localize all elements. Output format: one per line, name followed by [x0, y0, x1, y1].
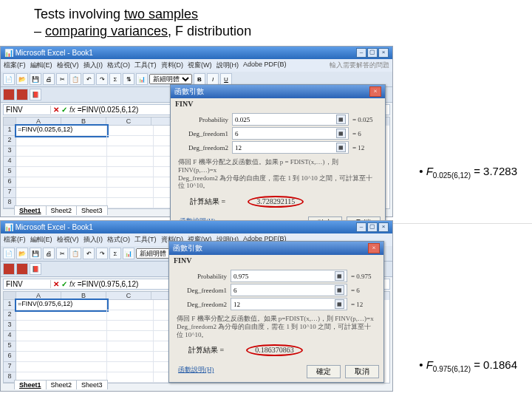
color-red2-icon[interactable]: [16, 263, 28, 275]
bold-icon[interactable]: B: [194, 73, 205, 85]
print-icon[interactable]: 🖨: [43, 248, 55, 259]
open-icon[interactable]: 📂: [16, 73, 28, 85]
probability-input[interactable]: 0.025▦: [232, 113, 349, 126]
redo-icon[interactable]: ↷: [96, 73, 108, 85]
menu-item[interactable]: 工具(T): [134, 61, 157, 70]
redo-icon[interactable]: ↷: [96, 248, 108, 259]
underline-icon[interactable]: U: [220, 73, 232, 85]
range-picker-icon[interactable]: ▦: [336, 115, 346, 124]
dialog-close-icon[interactable]: ×: [369, 86, 381, 97]
copy-icon[interactable]: 📋: [69, 73, 81, 85]
cell-a1[interactable]: =FINV(0.025,6,12): [16, 126, 107, 136]
menu-item[interactable]: 檢視(V): [57, 235, 79, 245]
open-icon[interactable]: 📂: [16, 248, 28, 259]
sum-icon[interactable]: Σ: [109, 248, 121, 259]
cancel-formula-icon[interactable]: ✕: [53, 106, 59, 114]
menu-item[interactable]: 說明(H): [216, 61, 239, 70]
df1-input[interactable]: 6▦: [232, 127, 349, 140]
close-button[interactable]: ×: [378, 222, 389, 232]
sum-icon[interactable]: Σ: [109, 73, 121, 85]
name-box[interactable]: FINV: [6, 280, 51, 288]
chart-icon[interactable]: 📊: [136, 73, 148, 85]
tab-sheet2[interactable]: Sheet2: [46, 205, 78, 215]
field-label: Deg_freedom2: [175, 301, 227, 308]
range-picker-icon[interactable]: ▦: [335, 271, 344, 281]
cut-icon[interactable]: ✂: [56, 73, 68, 85]
tab-sheet3[interactable]: Sheet3: [76, 205, 108, 215]
menu-item[interactable]: 編輯(E): [30, 235, 52, 245]
excel-icon: 📊 Microsoft Excel - Book1: [4, 223, 93, 231]
cancel-button[interactable]: 取消: [345, 365, 379, 378]
range-picker-icon[interactable]: ▦: [336, 143, 346, 152]
slide-title: Tests involving two samples – comparing …: [34, 6, 251, 41]
menu-item[interactable]: 視窗(W): [188, 61, 212, 70]
tab-sheet3[interactable]: Sheet3: [76, 380, 108, 389]
chart-icon[interactable]: 📊: [123, 248, 134, 259]
annotation-top: • F0.025(6,12) = 3.7283: [419, 165, 517, 180]
result-row: 計算結果 = 3.728292115: [177, 191, 379, 212]
menu-item[interactable]: 格式(O): [107, 61, 130, 70]
formula-input[interactable]: =FINV(0.975,6,12): [78, 280, 139, 288]
sort-icon[interactable]: ⇅: [123, 73, 134, 85]
dialog-titlebar: 函數引數 ×: [169, 242, 383, 255]
new-icon[interactable]: 📄: [3, 73, 15, 85]
result-row: 計算結果 = 0.186370863: [175, 340, 378, 361]
menu-item[interactable]: 格式(O): [107, 235, 130, 245]
menu-item[interactable]: 資料(D): [161, 61, 184, 70]
copy-icon[interactable]: 📋: [69, 248, 81, 259]
pdf-icon[interactable]: 📕: [30, 89, 41, 100]
menu-item[interactable]: 檔案(F): [4, 235, 26, 245]
menu-item[interactable]: 檢視(V): [57, 61, 79, 70]
cut-icon[interactable]: ✂: [56, 248, 68, 259]
df1-input[interactable]: 6▦: [231, 284, 347, 296]
result-value-circled: 3.728292115: [248, 196, 304, 208]
field-result: = 12: [352, 144, 379, 151]
fx-icon[interactable]: fx: [69, 106, 75, 114]
menu-item[interactable]: Adobe PDF(B): [243, 61, 287, 70]
tab-sheet2[interactable]: Sheet2: [46, 380, 78, 389]
function-args-dialog-bottom: 函數引數 × FINV Probability0.975▦= 0.975 Deg…: [168, 241, 384, 383]
ok-button[interactable]: 確定: [307, 365, 341, 378]
undo-icon[interactable]: ↶: [83, 73, 95, 85]
color-red-icon[interactable]: [3, 89, 15, 100]
color-red-icon[interactable]: [3, 263, 15, 275]
undo-icon[interactable]: ↶: [83, 248, 95, 259]
menu-item[interactable]: 編輯(E): [30, 61, 52, 70]
italic-icon[interactable]: I: [207, 73, 219, 85]
name-box[interactable]: FINV: [6, 106, 51, 114]
minimize-button[interactable]: –: [356, 222, 366, 232]
print-icon[interactable]: 🖨: [43, 73, 55, 85]
minimize-button[interactable]: –: [356, 48, 366, 58]
save-icon[interactable]: 💾: [30, 248, 41, 259]
save-icon[interactable]: 💾: [30, 73, 41, 85]
probability-input[interactable]: 0.975▦: [231, 270, 347, 282]
pdf-icon[interactable]: 📕: [30, 263, 41, 275]
tab-sheet1[interactable]: Sheet1: [14, 380, 47, 389]
range-picker-icon[interactable]: ▦: [336, 129, 346, 138]
annotation-bottom: • F0.975(6,12) = 0.1864: [419, 358, 517, 373]
df2-input[interactable]: 12▦: [232, 141, 349, 154]
menu-item[interactable]: 插入(I): [83, 235, 103, 245]
accept-formula-icon[interactable]: ✓: [61, 280, 67, 288]
maximize-button[interactable]: ▢: [367, 222, 378, 232]
maximize-button[interactable]: ▢: [367, 48, 378, 58]
range-picker-icon[interactable]: ▦: [335, 299, 344, 309]
tab-sheet1[interactable]: Sheet1: [14, 205, 47, 215]
dialog-close-icon[interactable]: ×: [368, 243, 380, 253]
font-select[interactable]: 新細明體: [149, 74, 192, 84]
menu-item[interactable]: 插入(I): [83, 61, 103, 70]
fx-icon[interactable]: fx: [69, 280, 75, 288]
menu-item[interactable]: 檔案(F): [4, 61, 26, 70]
menu-bar: 檔案(F)編輯(E)檢視(V)插入(I)格式(O)工具(T)資料(D)視窗(W)…: [1, 59, 392, 72]
formula-input[interactable]: =FINV(0.025,6,12): [78, 106, 139, 114]
help-link[interactable]: 函數說明(H): [178, 365, 214, 378]
new-icon[interactable]: 📄: [3, 248, 15, 259]
cell-a1[interactable]: =FINV(0.975,6,12): [16, 300, 107, 310]
range-picker-icon[interactable]: ▦: [335, 285, 344, 295]
cancel-formula-icon[interactable]: ✕: [53, 280, 59, 288]
df2-input[interactable]: 12▦: [231, 298, 347, 310]
menu-item[interactable]: 工具(T): [134, 235, 157, 245]
color-red2-icon[interactable]: [16, 89, 28, 100]
accept-formula-icon[interactable]: ✓: [61, 106, 67, 114]
close-button[interactable]: ×: [378, 48, 389, 58]
